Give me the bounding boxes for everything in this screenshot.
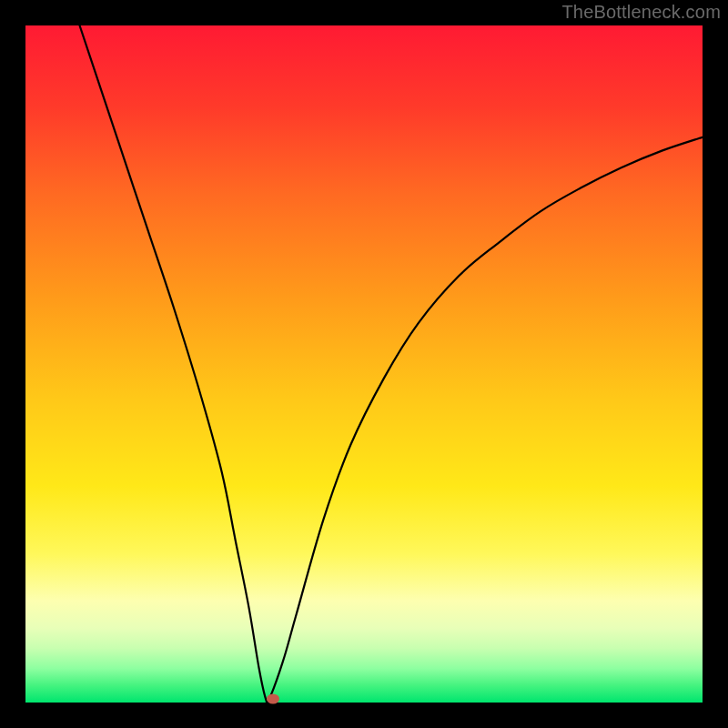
optimal-point-marker (267, 694, 279, 704)
watermark-text: TheBottleneck.com (561, 2, 721, 23)
chart-frame: TheBottleneck.com (0, 0, 728, 728)
bottleneck-curve (25, 25, 703, 703)
plot-area (25, 25, 703, 703)
